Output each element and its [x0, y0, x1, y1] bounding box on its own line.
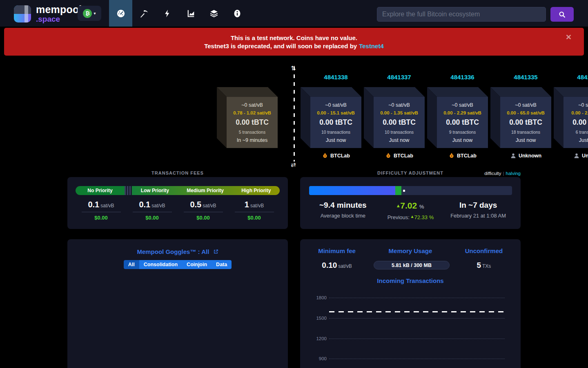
search-bar	[377, 7, 546, 22]
mining-pool-link[interactable]: ₿ BTCLab	[437, 153, 488, 159]
block-total: 0.00 tBTC	[446, 118, 479, 127]
block-fee-range: 0.00 - 2.29 sat/vB	[443, 110, 481, 115]
swap-horizontal-icon: ⇄	[291, 161, 296, 168]
fee-tier: 0.5sat/vB $0.00	[178, 200, 229, 221]
external-link-icon	[213, 249, 218, 254]
block-total: 0.00 tBTC	[509, 118, 542, 127]
block-height-link[interactable]: 4841335	[500, 74, 551, 81]
block-time: Just now	[452, 137, 472, 143]
difficulty-change: ▴7.02 % Previous: ▴72.33 %	[377, 201, 445, 220]
testnet4-link[interactable]: Testnet4	[359, 43, 384, 49]
block-cube[interactable]: ~0 sat/vB 0.00 - 2.29 sat/vB 0.00 tBTC 9…	[437, 97, 488, 148]
block-tx-count: 9 transactions	[449, 130, 476, 135]
tab-mining[interactable]	[132, 0, 156, 27]
fee-unit: sat/vB	[203, 203, 216, 209]
goggles-tab-data[interactable]: Data	[212, 260, 232, 269]
block-cube[interactable]: ~0 sat/vB 0.00 - 15.1 sat/vB 0.00 tBTC 1…	[310, 97, 361, 148]
fee-rate: 0.1	[88, 200, 99, 209]
fee-usd: $0.00	[229, 215, 280, 221]
block-height-link[interactable]: 4841334	[564, 74, 588, 81]
fee-usd: $0.00	[76, 215, 127, 221]
arrow-up-icon: ▴	[411, 213, 414, 219]
difficulty-progress-bar	[309, 186, 512, 195]
priority-bar-gap	[125, 186, 132, 195]
fee-usd: $0.00	[178, 215, 229, 221]
difficulty-now-marker	[403, 190, 405, 192]
mempool-stats-card: Minimum fee Memory Usage Unconfirmed 0.1…	[300, 239, 521, 368]
tab-statistics[interactable]	[179, 0, 202, 27]
fee-usd: $0.00	[127, 215, 178, 221]
search-input[interactable]	[377, 7, 546, 22]
no-priority-segment: No Priority	[76, 186, 125, 195]
fee-rate: 1	[245, 200, 249, 209]
mining-pool-name: Unknown	[519, 153, 541, 159]
block-cube[interactable]: ~0 sat/vB 0.00 - 2.4 sat/vB 0.00 tBTC 6 …	[564, 97, 588, 148]
area-chart-icon	[186, 9, 195, 18]
mining-pool-link[interactable]: Unknown	[564, 153, 588, 159]
pickaxe-icon	[140, 9, 149, 18]
tab-about[interactable]	[225, 0, 249, 27]
search-button[interactable]	[550, 7, 574, 22]
arrow-up-icon: ▴	[397, 203, 399, 209]
fee-unit: sat/vB	[151, 203, 165, 209]
mining-pool-link[interactable]: ₿ BTCLab	[310, 153, 361, 159]
goggles-tab-consolidation[interactable]: Consolidation	[139, 260, 182, 269]
fee-rate: 0.1	[139, 200, 150, 209]
y-tick: 1200	[304, 336, 327, 341]
network-selector[interactable]: ₿ ▾	[78, 6, 101, 21]
minimum-fee-label: Minimum fee	[300, 247, 374, 254]
close-icon[interactable]: ✕	[566, 34, 572, 41]
fee-priority-bar: No Priority Low Priority Medium Priority…	[76, 186, 280, 195]
fees-panel-title: TRANSACTION FEES	[67, 171, 288, 175]
testnet-warning-banner: This is a test network. Coins have no va…	[4, 28, 584, 56]
tab-lightning[interactable]	[156, 0, 179, 27]
memory-usage-pill: 5.81 kB / 300 MB	[374, 261, 450, 269]
block-height-link[interactable]: 4841338	[310, 74, 361, 81]
block-height-link[interactable]: 4841337	[374, 74, 425, 81]
incoming-transactions-link[interactable]: Incoming Transactions	[300, 277, 521, 284]
fee-tier: 1sat/vB $0.00	[229, 200, 280, 221]
mempool-block-cube[interactable]: ~0 sat/vB 0.78 - 1.02 sat/vB 0.00 tBTC 5…	[227, 97, 278, 148]
tab-docs[interactable]	[202, 0, 225, 27]
block-time: Just now	[516, 137, 536, 143]
mempool-block-feerate: ~0 sat/vB	[241, 102, 263, 108]
mining-pool-name: BTCLab	[457, 153, 477, 159]
money-bag-icon: ₿	[322, 153, 328, 159]
block-total: 0.00 tBTC	[572, 118, 588, 127]
block-fee-range: 0.00 - 2.4 sat/vB	[571, 110, 588, 115]
money-bag-icon: ₿	[385, 153, 392, 159]
fee-unit: sat/vB	[100, 203, 114, 209]
toggle-difficulty[interactable]: difficulty	[484, 171, 501, 176]
goggles-filter-tabs: All Consolidation Coinjoin Data	[67, 260, 288, 269]
mining-pool-link[interactable]: ₿ BTCLab	[374, 153, 425, 159]
fee-tier: 0.1sat/vB $0.00	[76, 200, 127, 221]
retarget-eta: In ~7 days February 21 at 1:08 AM	[444, 201, 512, 220]
y-tick: 1800	[304, 295, 327, 300]
block-tx-count: 18 transactions	[511, 130, 540, 135]
caret-down-icon: ▾	[94, 11, 96, 16]
brand-tld: .space	[36, 15, 82, 23]
block-tx-count: 6 transactions	[576, 130, 588, 135]
goggles-tab-all[interactable]: All	[124, 260, 139, 269]
fee-tier: 0.1sat/vB $0.00	[127, 200, 178, 221]
unconfirmed-value: 5TXs	[447, 261, 521, 270]
priority-gradient-segment: Low Priority Medium Priority High Priori…	[132, 186, 280, 195]
money-bag-icon: ₿	[448, 153, 455, 159]
mining-pool-link[interactable]: Unknown	[500, 153, 551, 159]
layers-icon	[209, 9, 218, 18]
block-fee-range: 0.00 - 65.0 sat/vB	[507, 110, 545, 115]
toggle-halving[interactable]: halving	[506, 171, 521, 176]
block-height-link[interactable]: 4841336	[437, 74, 488, 81]
block-feerate: ~0 sat/vB	[388, 102, 410, 108]
blockchain-timeline: ~0 sat/vB 0.78 - 1.02 sat/vB 0.00 tBTC 5…	[0, 56, 588, 170]
brand-logo[interactable]: mempool .space	[14, 4, 82, 23]
tab-dashboard[interactable]	[109, 0, 132, 27]
goggles-title-link[interactable]: Mempool Goggles™ : All	[67, 248, 288, 255]
block-time: Just now	[579, 137, 588, 143]
transaction-fees-card: No Priority Low Priority Medium Priority…	[67, 177, 288, 229]
brand-name: mempool	[36, 4, 82, 15]
block-cube[interactable]: ~0 sat/vB 0.00 - 1.35 sat/vB 0.00 tBTC 1…	[374, 97, 425, 148]
block-cube[interactable]: ~0 sat/vB 0.00 - 65.0 sat/vB 0.00 tBTC 1…	[500, 97, 551, 148]
fee-rate: 0.5	[190, 200, 201, 209]
goggles-tab-coinjoin[interactable]: Coinjoin	[182, 260, 212, 269]
